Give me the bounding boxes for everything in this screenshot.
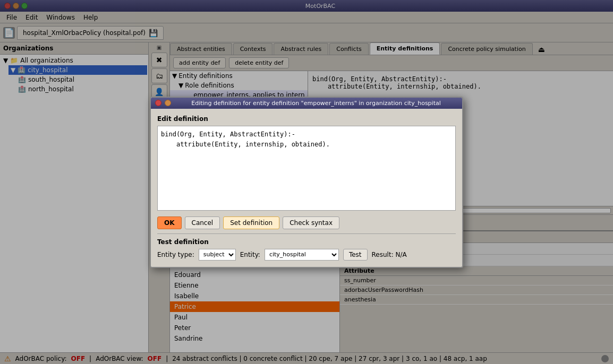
modal-title-bar: Editing definition for entity definition… bbox=[151, 98, 462, 109]
result-label: Result: N/A bbox=[372, 251, 407, 258]
edit-definition-label: Edit definition bbox=[157, 115, 456, 123]
test-row: Entity type: subject Entity: city_hospit… bbox=[157, 249, 456, 261]
modal-title: Editing definition for entity definition… bbox=[174, 100, 458, 107]
modal-dialog: Editing definition for entity definition… bbox=[150, 97, 463, 268]
modal-test-section: Test definition Entity type: subject Ent… bbox=[157, 233, 456, 261]
ok-button[interactable]: OK bbox=[157, 216, 182, 229]
test-section-label: Test definition bbox=[157, 238, 456, 246]
modal-min-btn[interactable] bbox=[165, 100, 171, 106]
modal-code-editor[interactable]: bind(Org, Entity, AbstractEntity):- attr… bbox=[157, 126, 456, 211]
entity-type-select[interactable]: subject bbox=[199, 249, 236, 261]
modal-overlay: Editing definition for entity definition… bbox=[0, 0, 613, 364]
cancel-button[interactable]: Cancel bbox=[185, 216, 220, 229]
modal-buttons: OK Cancel Set definition Check syntax bbox=[157, 216, 456, 229]
modal-body: Edit definition bind(Org, Entity, Abstra… bbox=[151, 109, 462, 267]
entity-label: Entity: bbox=[240, 251, 260, 258]
entity-type-label: Entity type: bbox=[157, 251, 194, 258]
test-button[interactable]: Test bbox=[343, 249, 368, 261]
entity-select[interactable]: city_hospital bbox=[265, 249, 339, 261]
modal-close-btn[interactable] bbox=[155, 100, 161, 106]
set-definition-button[interactable]: Set definition bbox=[223, 216, 279, 229]
check-syntax-button[interactable]: Check syntax bbox=[283, 216, 339, 229]
